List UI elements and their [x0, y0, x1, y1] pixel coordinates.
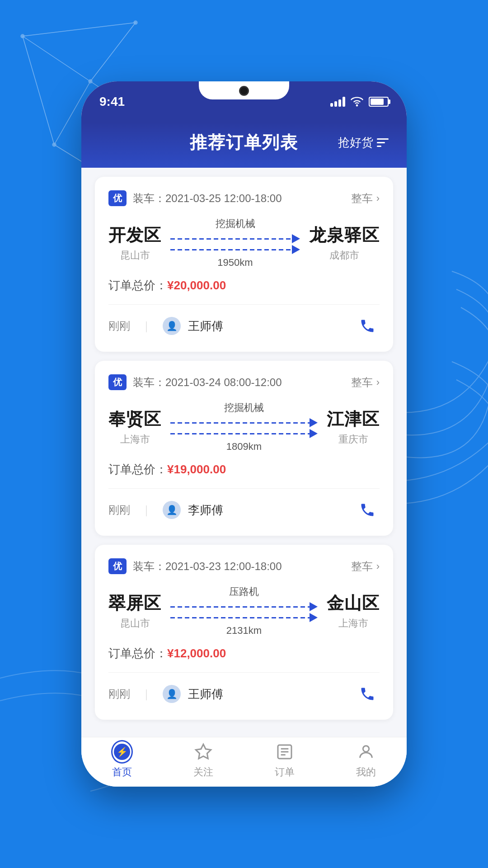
- battery-icon: [369, 97, 389, 107]
- phone-icon-3: [359, 686, 375, 702]
- priority-badge-3: 优: [108, 558, 127, 574]
- app-header: 推荐订单列表 抢好货: [81, 122, 407, 168]
- dest-sub-2: 重庆市: [327, 433, 380, 446]
- origin-city-3: 翠屏区 昆山市: [108, 592, 161, 630]
- filter-label: 抢好货: [338, 135, 373, 151]
- price-value-3: ¥12,000.00: [167, 646, 226, 660]
- driver-info-2: 刚刚 ｜ 👤 李师傅: [108, 501, 223, 519]
- route-middle-1: 挖掘机械 1950km: [161, 217, 309, 269]
- nav-item-orders[interactable]: 订单: [244, 741, 325, 779]
- svg-line-0: [23, 36, 90, 81]
- origin-city-1: 开发区 昆山市: [108, 224, 161, 262]
- svg-point-8: [21, 34, 24, 38]
- page-title: 推荐订单列表: [190, 131, 298, 154]
- driver-time-1: 刚刚: [108, 319, 130, 333]
- origin-name-1: 开发区: [108, 224, 161, 247]
- dest-city-1: 龙泉驿区 成都市: [309, 224, 380, 262]
- status-icons: [330, 97, 389, 107]
- chevron-icon-3: ›: [376, 561, 380, 572]
- load-time-1: 装车：2021-03-25 12:00-18:00: [133, 191, 282, 206]
- route-section-2: 奉贤区 上海市 挖掘机械 1809k: [108, 401, 380, 453]
- nav-item-mine[interactable]: 我的: [325, 741, 407, 779]
- dest-name-2: 江津区: [327, 408, 380, 431]
- driver-time-3: 刚刚: [108, 687, 130, 701]
- card-header-left-3: 优 装车：2021-03-23 12:00-18:00: [108, 558, 282, 574]
- type-label-1: 整车: [351, 191, 373, 206]
- dest-name-3: 金山区: [327, 592, 380, 615]
- filter-action[interactable]: 抢好货: [338, 135, 389, 151]
- driver-name-1: 王师傅: [188, 318, 223, 334]
- call-button-2[interactable]: [355, 498, 380, 522]
- nav-label-follow: 关注: [193, 765, 213, 779]
- nav-item-follow[interactable]: 关注: [163, 741, 244, 779]
- divider-2: ｜: [141, 503, 152, 517]
- goods-type-3: 压路机: [229, 585, 259, 599]
- origin-city-2: 奉贤区 上海市: [108, 408, 161, 446]
- dest-sub-3: 上海市: [327, 617, 380, 630]
- driver-avatar-3: 👤: [163, 685, 181, 703]
- type-label-3: 整车: [351, 559, 373, 574]
- card-type-2: 整车 ›: [351, 375, 380, 390]
- dest-city-2: 江津区 重庆市: [327, 408, 380, 446]
- phone-frame: 9:41 推荐订单列表 抢好货 优: [81, 81, 407, 787]
- driver-section-1: 刚刚 ｜ 👤 王师傅: [108, 304, 380, 338]
- order-price-1: 订单总价：¥20,000.00: [108, 278, 380, 293]
- svg-line-3: [23, 23, 136, 36]
- route-arrow-1: [170, 234, 300, 254]
- route-km-1: 1950km: [217, 257, 253, 269]
- svg-point-10: [52, 143, 56, 146]
- card-type-3: 整车 ›: [351, 559, 380, 574]
- card-header-left-2: 优 装车：2021-03-24 08:00-12:00: [108, 374, 282, 390]
- svg-line-2: [23, 36, 54, 145]
- origin-name-2: 奉贤区: [108, 408, 161, 431]
- call-button-3[interactable]: [355, 682, 380, 706]
- priority-badge-1: 优: [108, 190, 127, 206]
- load-time-3: 装车：2021-03-23 12:00-18:00: [133, 559, 282, 574]
- priority-badge-2: 优: [108, 374, 127, 390]
- bottom-nav: ⚡ 首页 关注 订单: [81, 737, 407, 787]
- load-time-2: 装车：2021-03-24 08:00-12:00: [133, 375, 282, 390]
- card-header-2: 优 装车：2021-03-24 08:00-12:00 整车 ›: [108, 374, 380, 390]
- lightning-icon: ⚡: [117, 746, 128, 757]
- divider-3: ｜: [141, 687, 152, 701]
- call-button-1[interactable]: [355, 314, 380, 338]
- price-value-1: ¥20,000.00: [167, 278, 226, 292]
- mine-nav-icon: [355, 741, 377, 763]
- chevron-icon-2: ›: [376, 377, 380, 388]
- nav-label-orders: 订单: [275, 765, 295, 779]
- order-card-3[interactable]: 优 装车：2021-03-23 12:00-18:00 整车 › 翠屏区 昆山市…: [95, 545, 393, 720]
- status-bar: 9:41: [81, 81, 407, 122]
- follow-nav-icon: [192, 741, 214, 763]
- phone-icon-1: [359, 318, 375, 334]
- origin-sub-2: 上海市: [108, 433, 161, 446]
- route-section-1: 开发区 昆山市 挖掘机械 1950k: [108, 217, 380, 269]
- order-card-2[interactable]: 优 装车：2021-03-24 08:00-12:00 整车 › 奉贤区 上海市…: [95, 361, 393, 536]
- svg-point-19: [363, 745, 369, 751]
- status-time: 9:41: [99, 94, 125, 109]
- route-arrow-2: [170, 418, 318, 438]
- order-price-3: 订单总价：¥12,000.00: [108, 646, 380, 661]
- dest-city-3: 金山区 上海市: [327, 592, 380, 630]
- route-section-3: 翠屏区 昆山市 压路机 2131km: [108, 585, 380, 637]
- origin-sub-1: 昆山市: [108, 249, 161, 262]
- route-arrow-3: [170, 602, 318, 622]
- nav-item-home[interactable]: ⚡ 首页: [81, 741, 163, 779]
- notch: [199, 81, 289, 99]
- route-middle-2: 挖掘机械 1809km: [161, 401, 327, 453]
- driver-info-1: 刚刚 ｜ 👤 王师傅: [108, 317, 223, 335]
- signal-icon: [330, 97, 345, 107]
- phone-icon-2: [359, 502, 375, 518]
- driver-section-2: 刚刚 ｜ 👤 李师傅: [108, 488, 380, 522]
- origin-sub-3: 昆山市: [108, 617, 161, 630]
- goods-type-2: 挖掘机械: [224, 401, 264, 415]
- wifi-icon: [351, 97, 363, 107]
- route-middle-3: 压路机 2131km: [161, 585, 327, 637]
- order-card-1[interactable]: 优 装车：2021-03-25 12:00-18:00 整车 › 开发区 昆山市…: [95, 177, 393, 352]
- svg-point-11: [134, 21, 137, 24]
- divider-1: ｜: [141, 319, 152, 333]
- driver-time-2: 刚刚: [108, 503, 130, 517]
- nav-label-home: 首页: [112, 765, 132, 779]
- dest-name-1: 龙泉驿区: [309, 224, 380, 247]
- order-list: 优 装车：2021-03-25 12:00-18:00 整车 › 开发区 昆山市…: [81, 168, 407, 737]
- price-label-3: 订单总价：: [108, 646, 167, 660]
